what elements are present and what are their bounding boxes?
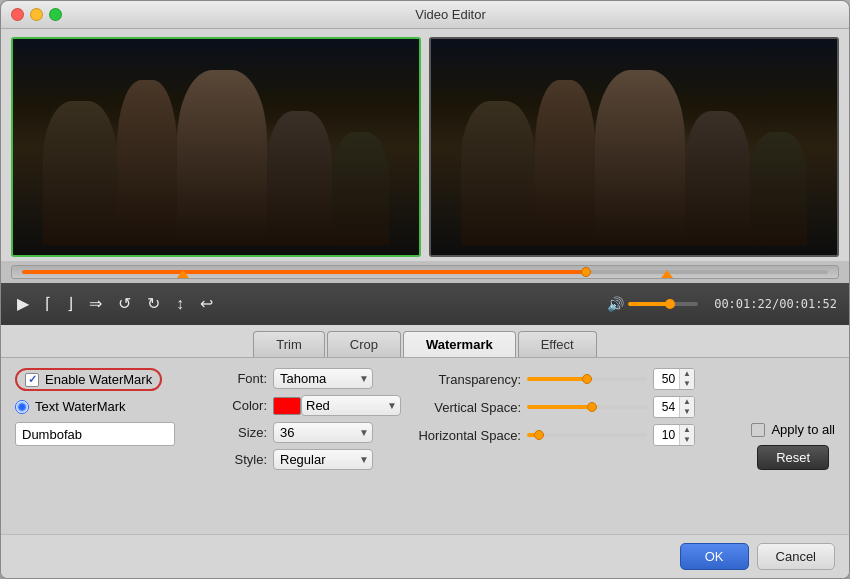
enable-watermark-label: Enable WaterMark: [45, 372, 152, 387]
vertical-space-row: Vertical Space: 54 ▲ ▼: [411, 396, 733, 418]
traffic-lights: [11, 8, 62, 21]
flip-button[interactable]: ↕: [172, 294, 188, 314]
right-video-preview: [431, 39, 837, 255]
undo-button[interactable]: ↩: [196, 294, 217, 314]
transparency-value: 50: [654, 372, 679, 386]
volume-icon: 🔊: [607, 296, 624, 312]
maximize-button[interactable]: [49, 8, 62, 21]
text-watermark-label: Text WaterMark: [35, 399, 126, 414]
color-row: Color: Red Blue Green Black White ▼: [225, 395, 401, 416]
cancel-button[interactable]: Cancel: [757, 543, 835, 570]
rewind-button[interactable]: ↺: [114, 294, 135, 314]
reset-button[interactable]: Reset: [757, 445, 829, 470]
color-select[interactable]: Red Blue Green Black White: [301, 395, 401, 416]
mark-in-button[interactable]: ⌈: [41, 294, 55, 314]
mark-out-button[interactable]: ⌋: [63, 294, 77, 314]
apply-all-checkbox[interactable]: [751, 423, 765, 437]
volume-thumb[interactable]: [665, 299, 675, 309]
apply-all-label: Apply to all: [771, 422, 835, 437]
marker-left[interactable]: [177, 270, 189, 278]
fast-forward-button[interactable]: ↻: [143, 294, 164, 314]
ok-button[interactable]: OK: [680, 543, 749, 570]
volume-slider[interactable]: [628, 302, 698, 306]
tabs-row: Trim Crop Watermark Effect: [1, 325, 849, 357]
horizontal-space-label: Horizontal Space:: [411, 428, 521, 443]
transport-bar: ▶ ⌈ ⌋ ⇒ ↺ ↻ ↕ ↩ 🔊 00:01:22/00:01:52: [1, 283, 849, 325]
horizontal-space-value-box: 10 ▲ ▼: [653, 424, 695, 446]
horizontal-space-value: 10: [654, 428, 679, 442]
font-select-wrapper: Tahoma Arial Times New Roman ▼: [273, 368, 373, 389]
watermark-text-input[interactable]: [15, 422, 175, 446]
vertical-space-value: 54: [654, 400, 679, 414]
tab-effect[interactable]: Effect: [518, 331, 597, 357]
vertical-space-spinner: ▲ ▼: [679, 397, 694, 417]
close-button[interactable]: [11, 8, 24, 21]
apply-all-row: Apply to all: [751, 422, 835, 437]
left-column: Enable WaterMark Text WaterMark: [15, 368, 215, 524]
size-select[interactable]: 36 12 18 24 48 72: [273, 422, 373, 443]
panel-content: Enable WaterMark Text WaterMark Font: Ta…: [1, 358, 849, 534]
scrubber-thumb[interactable]: [581, 267, 591, 277]
volume-area: 🔊: [607, 296, 698, 312]
font-label: Font:: [225, 371, 267, 386]
horizontal-space-row: Horizontal Space: 10 ▲ ▼: [411, 424, 733, 446]
play-button[interactable]: ▶: [13, 294, 33, 314]
horizontal-space-slider[interactable]: [527, 433, 647, 437]
timeline-area: [1, 261, 849, 283]
horizontal-space-thumb[interactable]: [534, 430, 544, 440]
text-watermark-radio[interactable]: [15, 400, 29, 414]
right-video-panel: [429, 37, 839, 257]
left-video-panel: [11, 37, 421, 257]
style-row: Style: Regular Bold Italic Bold Italic ▼: [225, 449, 401, 470]
middle-column: Font: Tahoma Arial Times New Roman ▼ Col…: [225, 368, 401, 524]
horizontal-space-down[interactable]: ▼: [680, 435, 694, 445]
far-right-column: Apply to all Reset: [743, 368, 835, 524]
transparency-down[interactable]: ▼: [680, 379, 694, 389]
scrubber-bar[interactable]: [11, 265, 839, 279]
vertical-space-value-box: 54 ▲ ▼: [653, 396, 695, 418]
transparency-slider[interactable]: [527, 377, 647, 381]
tab-crop[interactable]: Crop: [327, 331, 401, 357]
titlebar: Video Editor: [1, 1, 849, 29]
transparency-row: Transparency: 50 ▲ ▼: [411, 368, 733, 390]
font-select[interactable]: Tahoma Arial Times New Roman: [273, 368, 373, 389]
transparency-spinner: ▲ ▼: [679, 369, 694, 389]
vertical-space-down[interactable]: ▼: [680, 407, 694, 417]
tab-trim[interactable]: Trim: [253, 331, 325, 357]
left-video-preview: [13, 39, 419, 255]
horizontal-space-spinner: ▲ ▼: [679, 425, 694, 445]
transparency-label: Transparency:: [411, 372, 521, 387]
vertical-space-label: Vertical Space:: [411, 400, 521, 415]
size-select-wrapper: 36 12 18 24 48 72 ▼: [273, 422, 373, 443]
style-label: Style:: [225, 452, 267, 467]
step-forward-button[interactable]: ⇒: [85, 294, 106, 314]
bottom-bar: OK Cancel: [1, 534, 849, 578]
vertical-space-slider[interactable]: [527, 405, 647, 409]
minimize-button[interactable]: [30, 8, 43, 21]
style-select-wrapper: Regular Bold Italic Bold Italic ▼: [273, 449, 373, 470]
control-panel: Enable WaterMark Text WaterMark Font: Ta…: [1, 357, 849, 578]
vertical-space-up[interactable]: ▲: [680, 397, 694, 407]
size-row: Size: 36 12 18 24 48 72 ▼: [225, 422, 401, 443]
right-column: Transparency: 50 ▲ ▼ Vertical Space:: [411, 368, 733, 524]
scrubber-track[interactable]: [22, 270, 828, 274]
video-editor-window: Video Editor: [0, 0, 850, 579]
font-row: Font: Tahoma Arial Times New Roman ▼: [225, 368, 401, 389]
time-display: 00:01:22/00:01:52: [714, 297, 837, 311]
horizontal-space-up[interactable]: ▲: [680, 425, 694, 435]
preview-area: [1, 29, 849, 261]
color-swatch: [273, 397, 301, 415]
vertical-space-thumb[interactable]: [587, 402, 597, 412]
style-select[interactable]: Regular Bold Italic Bold Italic: [273, 449, 373, 470]
tab-watermark[interactable]: Watermark: [403, 331, 516, 357]
color-label: Color:: [225, 398, 267, 413]
size-label: Size:: [225, 425, 267, 440]
transparency-up[interactable]: ▲: [680, 369, 694, 379]
transparency-value-box: 50 ▲ ▼: [653, 368, 695, 390]
enable-watermark-checkbox[interactable]: [25, 373, 39, 387]
window-title: Video Editor: [62, 7, 839, 22]
marker-right[interactable]: [661, 270, 673, 278]
enable-watermark-row: Enable WaterMark: [15, 368, 162, 391]
text-watermark-row: Text WaterMark: [15, 399, 215, 414]
transparency-thumb[interactable]: [582, 374, 592, 384]
